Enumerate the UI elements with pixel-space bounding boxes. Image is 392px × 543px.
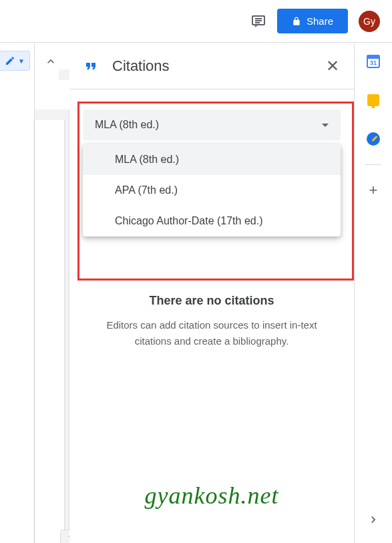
avatar[interactable]: Gy: [359, 11, 380, 32]
chevron-down-icon: [322, 124, 329, 127]
chevron-down-icon: ▼: [18, 57, 25, 65]
share-button[interactable]: Share: [277, 9, 348, 33]
quote-icon: [83, 58, 99, 74]
empty-state: There are no citations Editors can add c…: [69, 294, 354, 349]
dropdown-option-apa[interactable]: APA (7th ed.): [83, 175, 341, 206]
panel-title: Citations: [112, 57, 311, 75]
share-label: Share: [307, 15, 333, 27]
toolbar-strip: ▼: [0, 43, 35, 543]
editing-mode-button[interactable]: ▼: [0, 51, 30, 71]
document-edge: [35, 43, 69, 543]
pencil-icon: [5, 55, 15, 66]
empty-state-title: There are no citations: [89, 294, 334, 308]
side-rail: 31 +: [355, 43, 392, 543]
keep-icon[interactable]: [367, 94, 380, 107]
panel-header: Citations ✕: [69, 43, 354, 89]
main-area: ▼ Citations ✕ MLA (8th ed.): [0, 43, 392, 543]
top-bar: Share Gy: [0, 0, 392, 43]
format-select-label: MLA (8th ed.): [95, 119, 322, 131]
lock-icon: [292, 17, 301, 26]
collapse-toolbar-icon[interactable]: [44, 55, 57, 68]
citation-format-select[interactable]: MLA (8th ed.): [83, 110, 341, 140]
collapse-rail-icon[interactable]: [367, 513, 380, 526]
format-dropdown-menu: MLA (8th ed.) APA (7th ed.) Chicago Auth…: [83, 144, 341, 236]
add-addon-button[interactable]: +: [367, 184, 380, 197]
citations-panel: Citations ✕ MLA (8th ed.) MLA (8th ed.) …: [69, 43, 355, 543]
close-panel-button[interactable]: ✕: [325, 57, 341, 75]
dropdown-option-mla[interactable]: MLA (8th ed.): [83, 144, 341, 175]
dropdown-option-chicago[interactable]: Chicago Author-Date (17th ed.): [83, 206, 341, 236]
comment-history-icon[interactable]: [250, 13, 266, 29]
tasks-icon[interactable]: [367, 132, 380, 146]
calendar-icon[interactable]: 31: [367, 55, 380, 68]
watermark: gyankosh.net: [69, 482, 354, 510]
rail-divider: [365, 164, 381, 165]
empty-state-description: Editors can add citation sources to inse…: [89, 317, 334, 349]
